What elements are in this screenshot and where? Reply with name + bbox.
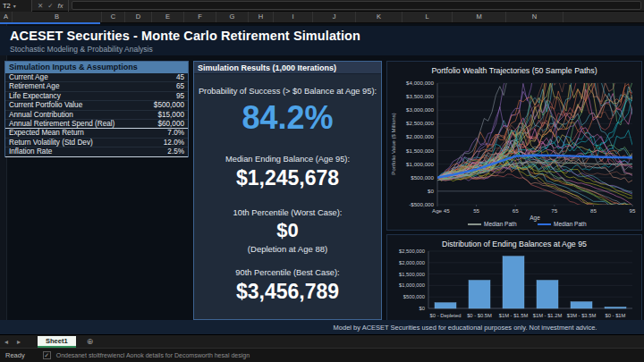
column-header-D[interactable]: D <box>125 12 152 22</box>
column-header-J[interactable]: J <box>313 12 356 22</box>
input-label: Return Volatility (Std Dev) <box>9 139 93 147</box>
add-sheet-icon[interactable]: ⊕ <box>87 337 94 346</box>
x-axis-title: Age <box>530 215 540 222</box>
column-header-F[interactable]: F <box>184 12 216 22</box>
trajectories-chart: $4,000,000$3,500,000$3,000,000$2,500,000… <box>387 62 643 230</box>
x-category-label: $0 - Depleted <box>430 313 462 318</box>
tab-scroll-right-icon[interactable]: ▸ <box>13 338 25 346</box>
input-row[interactable]: Inflation Rate2.5% <box>5 147 188 156</box>
y-tick-label: -$500,000 <box>409 201 434 207</box>
inputs-panel: Simulation Inputs & Assumptions Current … <box>4 61 189 157</box>
column-header-L[interactable]: L <box>402 12 453 22</box>
input-label: Retirement Age <box>9 82 59 90</box>
input-row[interactable]: Life Expectancy95 <box>5 92 188 101</box>
x-tick-label: 65 <box>513 207 519 214</box>
distribution-bar <box>605 307 626 309</box>
disclaimer-text: Model by ACESET Securities used for educ… <box>268 324 644 332</box>
legend-label: Median Path <box>554 221 587 227</box>
y-tick-label: $3,000,000 <box>406 106 435 113</box>
input-row[interactable]: Annual Retirement Spend (Real)$60,000 <box>5 120 188 129</box>
x-category-label: $1M - $1.5M <box>499 313 529 318</box>
sheet-tab[interactable]: Sheet1 <box>38 336 76 348</box>
p10-value: $0 <box>194 219 381 242</box>
column-header-H[interactable]: H <box>249 12 274 22</box>
probability-label: Probability of Success (> $0 Balance at … <box>194 87 381 96</box>
results-panel: Simulation Results (1,000 Iterations) Pr… <box>193 61 382 320</box>
input-value: 45 <box>176 73 184 81</box>
page-subtitle: Stochastic Modeling & Probability Analys… <box>10 45 153 54</box>
x-category-label: $3M - $3.5M <box>567 313 597 318</box>
x-tick-label: 75 <box>551 207 557 214</box>
column-header-G[interactable]: G <box>216 12 249 22</box>
y-tick-label: $2,000,000 <box>399 260 425 265</box>
input-row[interactable]: Current Age45 <box>5 73 188 82</box>
median-value: $1,245,678 <box>194 166 381 190</box>
column-header-M[interactable]: M <box>453 12 506 22</box>
name-box-value: T2 <box>3 2 11 10</box>
median-label: Median Ending Balance (Age 95): <box>194 155 381 164</box>
input-label: Inflation Rate <box>9 147 52 156</box>
input-value: 7.0% <box>167 129 184 137</box>
distribution-chart: $2,500,000$2,000,000$1,500,000$1,000,000… <box>387 235 643 328</box>
distribution-panel: Distribution of Ending Balances at Age 9… <box>386 234 642 329</box>
spreadsheet-app: T2 ▾ ✕ ✓ fx ABCDEFGHIJKLMN ACESET Securi… <box>0 0 644 362</box>
results-body: Probability of Success (> $0 Balance at … <box>194 87 381 304</box>
column-header-K[interactable]: K <box>356 12 402 22</box>
y-tick-label: $500,000 <box>403 294 425 299</box>
y-tick-label: $1,000,000 <box>406 161 435 167</box>
y-tick-label: $1,500,000 <box>406 147 435 154</box>
column-header-N[interactable]: N <box>506 12 564 22</box>
y-tick-label: $2,000,000 <box>406 133 435 139</box>
column-header-A[interactable]: A <box>0 12 13 22</box>
y-tick-label: $0 <box>428 188 434 194</box>
input-value: $15,000 <box>157 111 184 119</box>
cell-name-box[interactable]: T2 ▾ <box>0 0 32 12</box>
column-header-I[interactable]: I <box>274 12 313 22</box>
distribution-bar <box>537 281 558 308</box>
input-row[interactable]: Current Portfolio Value$500,000 <box>5 101 188 110</box>
formula-buttons: ✕ ✓ fx <box>32 0 69 12</box>
input-label: Life Expectancy <box>9 92 61 100</box>
input-label: Annual Retirement Spend (Real) <box>9 120 114 128</box>
x-tick-label: 95 <box>630 207 636 214</box>
formula-input[interactable] <box>72 1 641 10</box>
y-tick-label: $2,500,000 <box>399 248 425 254</box>
input-label: Current Age <box>9 73 48 81</box>
input-value: $500,000 <box>154 101 184 109</box>
p10-label: 10th Percentile (Worst Case): <box>194 208 381 217</box>
input-value: 95 <box>176 92 184 100</box>
x-category-label: $1M - $1.2M <box>533 313 563 318</box>
legend-label: Median Path <box>484 221 517 227</box>
input-value: 65 <box>176 82 184 90</box>
input-row[interactable]: Expected Mean Return7.0% <box>5 129 188 138</box>
trajectories-panel: Portfolio Wealth Trajectories (50 Sample… <box>386 61 642 231</box>
input-label: Expected Mean Return <box>9 129 84 137</box>
column-header-E[interactable]: E <box>152 12 184 22</box>
column-header-B[interactable]: B <box>13 12 102 22</box>
y-tick-label: $3,500,000 <box>406 93 435 99</box>
status-message: Ondesanet stoltfrewiencl Aonok details f… <box>56 352 250 358</box>
accessibility-check-icon: ✓ <box>43 351 51 359</box>
input-value: 12.0% <box>164 139 184 147</box>
input-label: Annual Contribution <box>9 111 73 119</box>
column-header-C[interactable]: C <box>102 12 125 22</box>
cancel-entry-icon[interactable]: ✕ <box>38 2 43 10</box>
results-panel-title: Simulation Results (1,000 Iterations) <box>194 62 381 74</box>
distribution-bar <box>571 302 592 308</box>
y-tick-label: $4,000,000 <box>406 80 435 86</box>
y-tick-label: $500,000 <box>411 174 434 181</box>
x-category-label: $0 - $0.5M <box>467 313 492 318</box>
insert-function-icon[interactable]: fx <box>58 2 64 10</box>
formula-bar: T2 ▾ ✕ ✓ fx <box>0 0 644 12</box>
tab-scroll-left-icon[interactable]: ◂ <box>0 338 13 346</box>
x-tick-label: Age 45 <box>432 207 450 214</box>
distribution-bar <box>503 257 524 308</box>
confirm-entry-icon[interactable]: ✓ <box>47 2 53 10</box>
distribution-bar <box>469 281 490 308</box>
input-row[interactable]: Annual Contribution$15,000 <box>5 111 188 120</box>
sheet-canvas[interactable]: ACESET Securities - Monte Carlo Retireme… <box>0 23 644 334</box>
input-row[interactable]: Retirement Age65 <box>5 82 188 91</box>
p90-label: 90th Percentile (Best Case): <box>194 268 381 277</box>
input-row[interactable]: Return Volatility (Std Dev)12.0% <box>5 139 188 147</box>
y-axis-title: Portfolio Value ($ Millions) <box>391 113 396 174</box>
